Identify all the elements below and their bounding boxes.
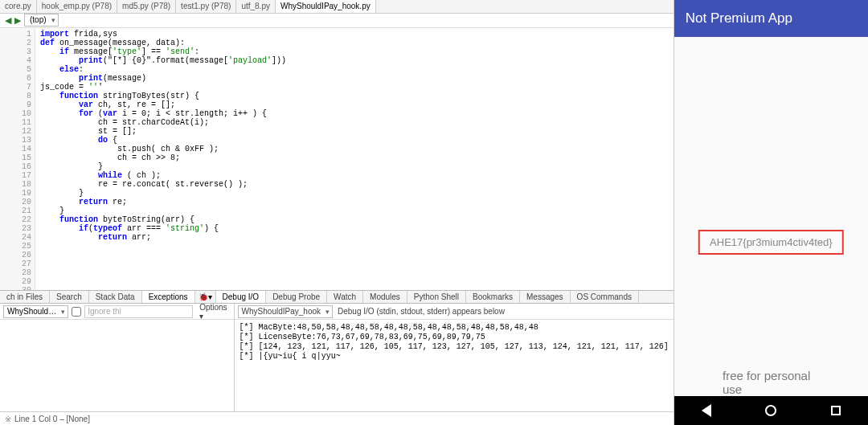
bottom-tab-search[interactable]: Search xyxy=(50,291,89,303)
status-bar: ※ Line 1 Col 0 – [None] xyxy=(0,411,674,425)
tab-hook-emp[interactable]: hook_emp.py (P78) xyxy=(37,0,117,13)
home-icon[interactable] xyxy=(765,405,776,416)
tab-whyshouldipay[interactable]: WhyShouldIPay_hook.py xyxy=(276,0,376,13)
tab-md5[interactable]: md5.py (P78) xyxy=(117,0,176,13)
exceptions-file-select[interactable]: WhyShould… xyxy=(3,305,68,318)
android-nav-bar xyxy=(674,396,868,425)
bottom-tab-modules[interactable]: Modules xyxy=(363,291,407,303)
debug-io-panel: WhyShouldIPay_hook Debug I/O (stdin, std… xyxy=(235,304,674,411)
gear-icon: ※ xyxy=(5,415,11,423)
ignore-text-input[interactable] xyxy=(84,305,193,318)
bottom-tab-ch-in-files[interactable]: ch in Files xyxy=(0,291,50,303)
bottom-panels: WhyShould… Options ▾ WhyShouldIPay_hook … xyxy=(0,304,674,411)
bottom-tab-messages[interactable]: Messages xyxy=(520,291,571,303)
app-title: Not Premium App xyxy=(686,10,792,27)
app-title-bar: Not Premium App xyxy=(674,0,868,37)
ide-pane: core.py hook_emp.py (P78) md5.py (P78) t… xyxy=(0,0,674,425)
exceptions-panel: WhyShould… Options ▾ xyxy=(0,304,235,411)
bottom-tab-debug-io[interactable]: Debug I/O xyxy=(216,291,267,303)
flag-text: AHE17{pr3mium4ctiv4ted} xyxy=(698,230,843,255)
tab-utf8[interactable]: utf_8.py xyxy=(236,0,276,13)
bottom-tab-os-commands[interactable]: OS Commands xyxy=(571,291,639,303)
bottom-tabs-row: ch in Files Search Stack Data Exceptions… xyxy=(0,290,674,304)
code-editor[interactable]: 1234567891011121314151617181920212223242… xyxy=(0,28,674,290)
bottom-tab-python-shell[interactable]: Python Shell xyxy=(407,291,466,303)
phone-body: AHE17{pr3mium4ctiv4ted} free for persona… xyxy=(674,37,868,396)
tab-core[interactable]: core.py xyxy=(0,0,37,13)
nav-forward-icon[interactable]: ▶ xyxy=(14,15,21,26)
code-content[interactable]: import frida,sysdef on_message(message, … xyxy=(35,28,674,290)
recent-icon[interactable] xyxy=(831,406,841,415)
editor-nav-bar: ◀ ▶ (top) xyxy=(0,14,674,28)
line-number-gutter: 1234567891011121314151617181920212223242… xyxy=(0,28,35,290)
bottom-tab-stack-data[interactable]: Stack Data xyxy=(89,291,142,303)
debug-console[interactable]: [*] MacByte:48,50,58,48,48,58,48,48,58,4… xyxy=(235,320,674,411)
status-text: Line 1 Col 0 – [None] xyxy=(14,415,90,423)
tab-test1[interactable]: test1.py (P78) xyxy=(176,0,236,13)
bottom-tab-watch[interactable]: Watch xyxy=(327,291,363,303)
watermark-text: free for personal use xyxy=(723,369,820,396)
back-icon[interactable] xyxy=(702,404,711,417)
scope-dropdown[interactable]: (top) xyxy=(24,14,59,27)
editor-tab-bar: core.py hook_emp.py (P78) md5.py (P78) t… xyxy=(0,0,674,14)
debug-io-target-select[interactable]: WhyShouldIPay_hook xyxy=(238,305,333,318)
bottom-tab-bookmarks[interactable]: Bookmarks xyxy=(466,291,520,303)
phone-pane: Not Premium App AHE17{pr3mium4ctiv4ted} … xyxy=(674,0,868,425)
exceptions-options[interactable]: Options ▾ xyxy=(196,303,230,321)
ignore-checkbox[interactable] xyxy=(72,307,81,317)
bottom-tab-debug-probe[interactable]: Debug Probe xyxy=(266,291,327,303)
bottom-tab-exceptions[interactable]: Exceptions xyxy=(142,291,195,303)
bottom-tab-bug-icon[interactable]: 🐞▾ xyxy=(195,291,215,303)
nav-back-icon[interactable]: ◀ xyxy=(5,15,11,26)
debug-io-caption: Debug I/O (stdin, stdout, stderr) appear… xyxy=(338,307,505,316)
